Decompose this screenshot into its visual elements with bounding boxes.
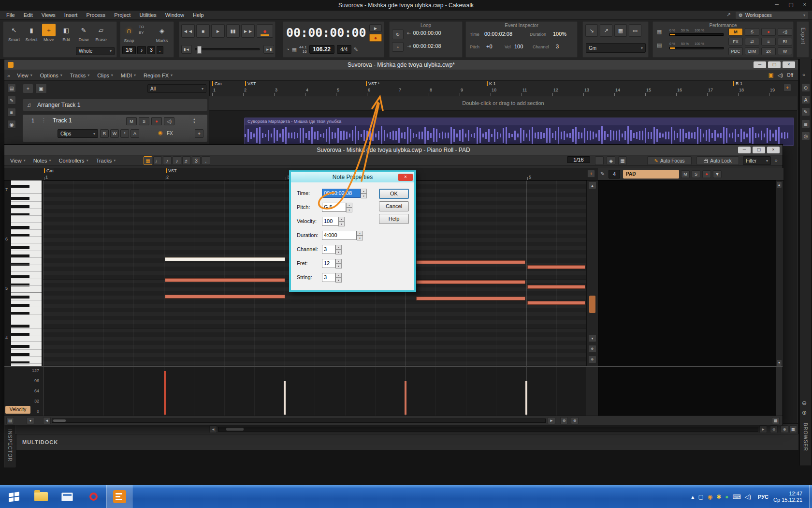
close-button[interactable]: × <box>783 61 795 68</box>
loop-start-row[interactable]: ⇤ 00:00:00:00 <box>407 30 441 36</box>
midi-note[interactable] <box>527 301 585 305</box>
mini-play-button[interactable]: ► <box>369 24 382 32</box>
pr-menu-notes[interactable]: Notes▾ <box>33 158 51 164</box>
scroll-up-icon[interactable]: ▲ <box>588 181 596 189</box>
minimize-icon[interactable]: ─ <box>775 1 779 8</box>
spin-up-icon[interactable]: ▴ <box>335 259 342 264</box>
position-slider[interactable] <box>195 48 260 50</box>
restore-button[interactable]: ▢ <box>768 61 781 68</box>
black-key[interactable] <box>11 197 29 200</box>
menu-edit[interactable]: Edit <box>24 12 33 18</box>
arranger-strip[interactable]: Double-click or drag to add section <box>209 96 797 111</box>
track-echo-button[interactable]: ◁) <box>164 117 174 125</box>
browser-strip-icon-0[interactable]: ⊙ <box>801 83 810 92</box>
menu-window[interactable]: Window <box>165 12 184 18</box>
spin-up-icon[interactable]: ▴ <box>335 245 342 250</box>
add-marker-icon[interactable]: ▦ <box>614 24 627 37</box>
marker-vst[interactable]: VST <box>245 81 256 86</box>
menu-utilities[interactable]: Utilities <box>139 12 156 18</box>
taskbar-explorer-button[interactable] <box>28 485 54 508</box>
tool-smart[interactable]: ↖Smart <box>5 24 23 42</box>
dialog-titlebar[interactable]: Note Properties × <box>291 172 414 182</box>
tv-menu-region-fx[interactable]: Region FX▾ <box>144 73 173 78</box>
zoom-out-icon[interactable]: ⊖ <box>802 400 807 406</box>
spin-up-icon[interactable]: ▴ <box>361 189 367 194</box>
go-to-start-button[interactable]: ▮◄ <box>181 45 192 54</box>
snap-magnet-icon[interactable]: ∩ <box>122 24 136 37</box>
close-icon[interactable]: × <box>803 1 806 8</box>
stop-button[interactable]: ■ <box>196 24 210 38</box>
menu-views[interactable]: Views <box>42 12 56 18</box>
fx-label[interactable]: FX <box>167 131 173 136</box>
velocity-bar[interactable] <box>284 381 286 415</box>
automation-*-button[interactable]: * <box>120 129 129 138</box>
piano-roll-track-list[interactable] <box>598 180 776 416</box>
perf-button-2-1[interactable]: DIM <box>745 47 759 55</box>
black-key[interactable] <box>11 345 29 348</box>
velocity-lane-tab[interactable]: Velocity <box>5 406 30 414</box>
horizontal-scrollbar[interactable] <box>218 427 758 432</box>
scroll-left-icon[interactable]: ◄ <box>43 417 51 424</box>
scrollbar-thumb[interactable] <box>53 419 66 422</box>
snap-to[interactable]: TO <box>139 24 144 30</box>
spin-down-icon[interactable]: ▾ <box>335 278 342 283</box>
zoom-in-icon[interactable]: ⊕ <box>781 425 788 433</box>
mini-record-button[interactable]: ● <box>369 34 382 42</box>
add-fx-button[interactable]: + <box>195 129 203 138</box>
browser-tab[interactable]: BROWSER <box>803 423 808 451</box>
zoom-in-icon[interactable]: ⊕ <box>802 409 807 416</box>
menu-process[interactable]: Process <box>86 12 105 18</box>
next-marker-icon[interactable]: ↗ <box>600 24 612 37</box>
flag-icon[interactable]: ◈ <box>607 156 615 165</box>
zoom-out-icon[interactable]: ⊖ <box>560 417 568 424</box>
horizontal-scrollbar[interactable] <box>52 418 546 423</box>
track-name[interactable]: Track 1 <box>53 117 72 124</box>
marker-k-1[interactable]: K 1 <box>487 81 496 86</box>
piano-roll-titlebar[interactable]: Suvorova - Mishka gde tvoya ulybka.cwp -… <box>4 145 783 155</box>
now-time-display[interactable]: 00:00:00:00 <box>286 24 365 41</box>
midi-note-selected[interactable] <box>165 257 285 261</box>
velocity-bar[interactable] <box>525 381 527 415</box>
automation-w-button[interactable]: W <box>110 129 119 138</box>
spin-down-icon[interactable]: ▾ <box>346 208 352 212</box>
duplicate-icon[interactable]: ▣ <box>35 84 47 93</box>
fx-power-icon[interactable]: ◉ <box>158 130 163 136</box>
lane-menu-icon[interactable]: ▤ <box>6 417 14 424</box>
drag-handle-icon[interactable]: ⋮ <box>41 117 46 123</box>
track-number-box[interactable]: 4 <box>609 170 620 179</box>
track-solo-button[interactable]: S <box>139 117 149 125</box>
vertical-scrollbar[interactable]: ▲ ▼ ⊖ ⊕ <box>586 180 598 367</box>
track-filter-dropdown[interactable]: All ▾ <box>147 84 206 93</box>
black-key[interactable] <box>11 263 29 266</box>
chevron-right-icon[interactable]: » <box>775 158 778 163</box>
rewind-button[interactable]: ◄◄ <box>181 24 195 38</box>
tempo-value[interactable]: 106.22 <box>309 45 334 54</box>
multidock-bar[interactable]: MULTIDOCK <box>16 434 798 450</box>
field-input[interactable]: 00:00:02:08 <box>322 189 361 198</box>
perf-button-0-1[interactable]: S <box>745 28 759 36</box>
note-tool-4[interactable]: ♬ <box>182 156 191 165</box>
spinner[interactable]: ▴▾ <box>357 231 363 240</box>
draw-resolution-dropdown[interactable]: Whole ▾ <box>76 47 115 55</box>
spinner[interactable]: ▴▾ <box>346 203 352 212</box>
auto-lock-button[interactable]: Auto Lock <box>696 156 739 165</box>
tool-edit[interactable]: ◧Edit <box>58 24 75 42</box>
spinner[interactable]: ▴▾ <box>335 273 342 282</box>
spinner[interactable]: ▴▾ <box>335 259 342 268</box>
perf-button-2-3[interactable]: W <box>778 47 792 55</box>
midi-note[interactable] <box>165 278 285 282</box>
spin-up-icon[interactable]: ▴ <box>357 231 363 236</box>
browser-strip-icon-1[interactable]: A <box>801 95 810 104</box>
midi-note[interactable] <box>527 285 585 289</box>
ei-duration-value[interactable]: 100% <box>553 31 566 37</box>
perf-button-0-0[interactable]: M <box>728 28 743 36</box>
workspaces-button[interactable]: ⚙ Workspaces ▾ <box>736 12 808 19</box>
taskbar-opera-button[interactable] <box>80 485 106 508</box>
minimize-button[interactable]: ─ <box>738 147 751 153</box>
tv-menu-view[interactable]: View▾ <box>17 73 32 78</box>
spinner[interactable]: ▴▾ <box>335 245 342 254</box>
black-key[interactable] <box>11 213 29 216</box>
globe-icon[interactable] <box>595 156 604 165</box>
note-tool-2[interactable]: ♪ <box>163 156 172 165</box>
lane-collapse-icon[interactable]: ▾ <box>27 417 34 424</box>
